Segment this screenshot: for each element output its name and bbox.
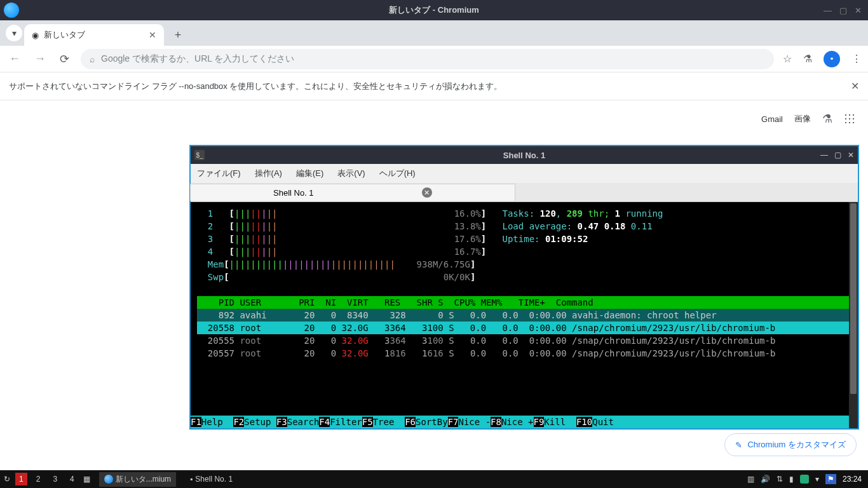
taskbar: ↻ 1 2 3 4 ▦ 新しいタ...mium ▪ Shell No. 1 ▥ … (0, 470, 868, 488)
menu-view[interactable]: 表示(V) (337, 168, 365, 179)
menu-launcher-icon[interactable]: ↻ (4, 475, 10, 484)
menu-file[interactable]: ファイル(F) (197, 168, 241, 179)
scrollbar-thumb[interactable] (850, 203, 857, 394)
back-button[interactable]: ← (6, 50, 23, 68)
menu-icon[interactable]: ⋮ (851, 53, 862, 65)
images-link[interactable]: 画像 (794, 113, 811, 125)
bookmark-icon[interactable]: ☆ (783, 53, 792, 65)
network-icon[interactable]: ⇅ (776, 475, 783, 484)
tab-strip: ▾ ◉ 新しいタブ ✕ + (0, 20, 868, 46)
tray-app-icon[interactable] (800, 475, 809, 484)
browser-content: Gmail 画像 ⚗ ✎ Chromium をカスタマイズ $_ Shell N… (0, 100, 868, 470)
warning-text: サポートされていないコマンドライン フラグ --no-sandbox を使用して… (9, 81, 502, 92)
forward-button[interactable]: → (32, 50, 48, 68)
customize-button[interactable]: ✎ Chromium をカスタマイズ (724, 433, 857, 456)
labs-icon[interactable]: ⚗ (822, 112, 832, 126)
menu-edit[interactable]: 編集(E) (296, 168, 323, 179)
term-close-icon[interactable]: ✕ (848, 151, 854, 159)
menu-help[interactable]: ヘルプ(H) (379, 168, 416, 179)
workspace-3[interactable]: 3 (49, 473, 61, 485)
gmail-link[interactable]: Gmail (761, 114, 783, 124)
customize-label: Chromium をカスタマイズ (747, 439, 846, 451)
terminal-tab-label: Shell No. 1 (273, 188, 314, 198)
term-minimize-icon[interactable]: — (820, 151, 828, 159)
window-title: 新しいタブ - Chromium (389, 4, 479, 16)
maximize-icon[interactable]: ▢ (839, 6, 847, 15)
window-titlebar: 新しいタブ - Chromium — ▢ ✕ (0, 0, 868, 20)
show-desktop-icon[interactable]: ▦ (83, 475, 90, 484)
volume-icon[interactable]: 🔊 (761, 475, 770, 484)
clock[interactable]: 23:24 (843, 475, 862, 484)
terminal-tab-close-icon[interactable]: ✕ (422, 187, 432, 198)
tab-search-button[interactable]: ▾ (6, 25, 22, 41)
terminal-tab[interactable]: Shell No. 1 ✕ (190, 184, 515, 201)
htop-fkeys[interactable]: F1Help F2Setup F3SearchF4FilterF5Tree F6… (191, 416, 849, 428)
workspace-4[interactable]: 4 (66, 473, 78, 485)
omnibox-placeholder: Google で検索するか、URL を入力してください (101, 53, 294, 65)
omnibox[interactable]: ⌕ Google で検索するか、URL を入力してください (81, 49, 774, 69)
chromium-icon (4, 3, 19, 18)
taskbar-task-chromium[interactable]: 新しいタ...mium (99, 472, 176, 487)
terminal-menubar: ファイル(F) 操作(A) 編集(E) 表示(V) ヘルプ(H) (191, 164, 858, 183)
menu-operation[interactable]: 操作(A) (255, 168, 282, 179)
labs-icon[interactable]: ⚗ (803, 53, 812, 65)
top-links: Gmail 画像 ⚗ (761, 112, 855, 126)
workspace-1[interactable]: 1 (15, 473, 27, 485)
terminal-titlebar[interactable]: $_ Shell No. 1 — ▢ ✕ (191, 146, 858, 164)
tab-close-icon[interactable]: ✕ (149, 30, 156, 40)
taskbar-task-shell[interactable]: ▪ Shell No. 1 (185, 473, 238, 485)
terminal-icon: ▪ (190, 475, 193, 484)
toolbar: ← → ⟳ ⌕ Google で検索するか、URL を入力してください ☆ ⚗ … (0, 46, 868, 72)
pencil-icon: ✎ (735, 440, 742, 450)
globe-icon: ◉ (32, 30, 39, 40)
minimize-icon[interactable]: — (824, 6, 832, 15)
battery-icon[interactable]: ▮ (789, 475, 794, 484)
search-icon: ⌕ (90, 54, 95, 64)
workspace-2[interactable]: 2 (32, 473, 44, 485)
scrollbar[interactable] (849, 202, 858, 428)
tray-icon[interactable]: ▥ (747, 475, 754, 484)
chromium-icon (104, 475, 113, 484)
dropdown-icon[interactable]: ▾ (815, 475, 819, 484)
warning-bar: サポートされていないコマンドライン フラグ --no-sandbox を使用して… (0, 72, 868, 100)
apps-grid-icon[interactable] (844, 113, 855, 125)
terminal-tabbar: Shell No. 1 ✕ (191, 183, 858, 202)
terminal-body[interactable]: 1 [|||||||| 16.0%] Tasks: 120, 289 thr; … (191, 202, 858, 428)
close-icon[interactable]: ✕ (855, 6, 862, 15)
tab-label: 新しいタブ (44, 29, 85, 41)
profile-avatar[interactable]: • (824, 51, 840, 67)
task-label: 新しいタ...mium (116, 474, 171, 485)
terminal-title: Shell No. 1 (503, 151, 545, 160)
terminal-window: $_ Shell No. 1 — ▢ ✕ ファイル(F) 操作(A) 編集(E)… (189, 145, 859, 430)
term-maximize-icon[interactable]: ▢ (834, 151, 841, 159)
flag-icon[interactable]: ⚑ (825, 474, 836, 484)
task-label: Shell No. 1 (195, 475, 233, 484)
browser-tab[interactable]: ◉ 新しいタブ ✕ (24, 24, 164, 46)
new-tab-button[interactable]: + (169, 26, 187, 44)
warning-close-icon[interactable]: ✕ (851, 80, 859, 92)
terminal-icon: $_ (194, 150, 205, 160)
reload-button[interactable]: ⟳ (57, 50, 72, 69)
